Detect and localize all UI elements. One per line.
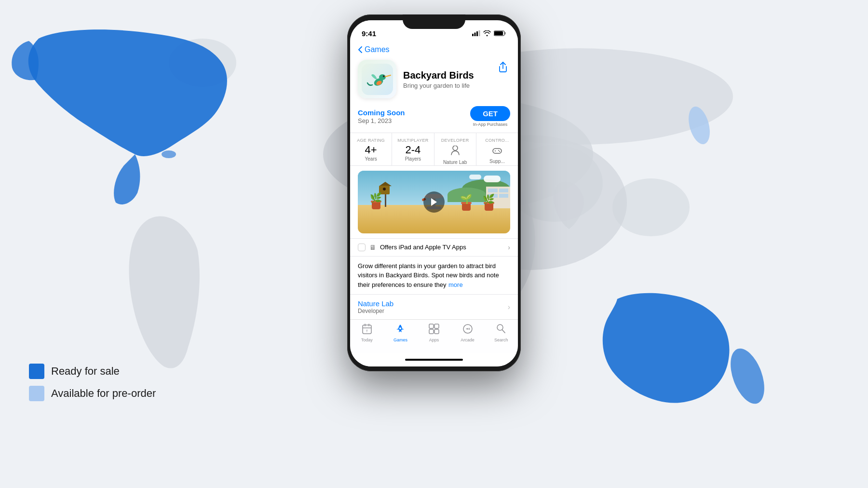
back-link[interactable]: Games [358,45,510,54]
rating-developer: DEVELOPER Nature Lab [434,133,476,165]
tab-search-icon [496,324,506,337]
rating-developer-name: Nature Lab [443,160,467,165]
rating-controller: CONTRO... Supp... [476,133,518,165]
arcade-icon [462,324,473,334]
tab-apps[interactable]: Apps [417,324,451,342]
tab-search-label: Search [494,338,508,342]
ipad-chevron-icon: › [508,244,510,251]
app-info: Backyard Birds Bring your garden to life [403,69,489,89]
svg-point-43 [469,328,470,329]
phone-screen: 9:41 [350,20,518,366]
birdhouse-hole [383,188,386,190]
rating-multiplayer-sub: Players [405,156,421,162]
developer-row[interactable]: Nature Lab Developer › [350,294,518,319]
window-2 [499,189,509,192]
app-icon [358,60,396,98]
pot-left [372,203,380,209]
ipad-checkbox [358,244,366,251]
ratings-row: AGE RATING 4+ Years MULTIPLAYER 2-4 Play… [350,133,518,166]
svg-rect-17 [505,32,506,35]
cloud-2 [469,175,481,179]
svg-rect-40 [429,329,434,334]
phone-device: 9:41 [347,14,521,371]
app-header: Backyard Birds Bring your garden to life [350,56,518,104]
tab-games[interactable]: Games [384,324,418,342]
tab-today[interactable]: T Today [350,324,384,342]
plant-leaves-left: 🌿 [370,193,382,203]
tab-today-icon: T [362,324,372,337]
preview-video[interactable]: 🌿 [358,171,510,233]
ipad-row-left: 🖥 Offers iPad and Apple TV Apps [358,244,466,251]
svg-rect-14 [476,31,478,36]
tab-today-label: Today [361,338,373,342]
app-name: Backyard Birds [403,69,489,81]
tab-apps-label: Apps [429,338,439,342]
wifi-icon [483,30,491,36]
svg-point-4 [506,145,603,222]
rating-controller-sub: Supp... [489,159,505,164]
svg-rect-41 [434,329,439,334]
legend-item-ready: Ready for sale [29,364,156,379]
developer-person-icon [451,146,460,158]
svg-rect-12 [472,34,474,36]
svg-point-5 [612,178,690,236]
phone-notch [403,14,465,29]
svg-point-29 [498,150,499,151]
legend-swatch-preorder [29,386,44,401]
developer-label: Developer [358,308,393,314]
description-more-link[interactable]: more [448,281,463,288]
cloud-1 [484,176,501,182]
svg-marker-31 [431,198,437,206]
svg-text:T: T [366,329,368,333]
get-button[interactable]: GET [470,106,510,121]
nav-back-bar: Games [350,41,518,56]
plant-left: 🌿 [370,193,382,209]
get-button-group: GET In-App Purchases [470,106,510,127]
share-icon [499,62,507,72]
coming-soon-label: Coming Soon [358,108,405,117]
tab-games-icon [395,324,405,337]
phone-body: 9:41 [347,14,521,371]
search-icon [496,324,506,334]
developer-info: Nature Lab Developer [358,299,393,314]
legend-label-ready: Ready for sale [51,365,120,378]
svg-rect-39 [434,324,439,328]
svg-point-44 [469,329,470,330]
tab-search[interactable]: Search [484,324,518,342]
rating-developer-label: DEVELOPER [441,138,469,143]
tab-games-label: Games [393,338,407,342]
signal-icon [472,30,480,36]
pot-right1 [462,204,471,211]
ipad-appletv-row[interactable]: 🖥 Offers iPad and Apple TV Apps › [350,238,518,257]
share-button[interactable] [496,60,510,74]
developer-name: Nature Lab [358,299,393,308]
legend-label-preorder: Available for pre-order [51,387,156,400]
home-indicator [350,353,518,366]
today-icon: T [362,324,372,334]
status-time: 9:41 [362,29,376,38]
in-app-purchases-label: In-App Purchases [473,122,508,127]
play-button[interactable] [423,191,445,213]
plant-right1: 🌱 [460,194,472,211]
back-label: Games [365,45,390,54]
rating-multiplayer: MULTIPLAYER 2-4 Players [392,133,434,165]
play-icon [430,198,438,206]
rating-multiplayer-label: MULTIPLAYER [397,138,428,143]
rating-age: AGE RATING 4+ Years [350,133,392,165]
tab-arcade[interactable]: Arcade [451,324,485,342]
plant-leaves-right2: 🌿 [483,194,495,204]
home-bar [405,359,463,361]
app-description: Grow different plants in your garden to … [350,257,518,295]
rating-age-value: 4+ [365,145,377,155]
developer-chevron-icon: › [508,303,510,312]
rating-multiplayer-value: 2-4 [405,145,420,155]
tab-arcade-icon [462,324,473,337]
svg-rect-38 [429,324,434,328]
preview-section: 🌿 [350,166,518,238]
svg-point-23 [384,75,384,76]
ipad-appletv-text: Offers iPad and Apple TV Apps [380,244,466,251]
legend-item-preorder: Available for pre-order [29,386,156,401]
coming-soon-date: Sep 1, 2023 [358,117,405,124]
plant-right2: 🌿 [483,194,495,211]
rating-controller-label: CONTRO... [485,138,509,143]
